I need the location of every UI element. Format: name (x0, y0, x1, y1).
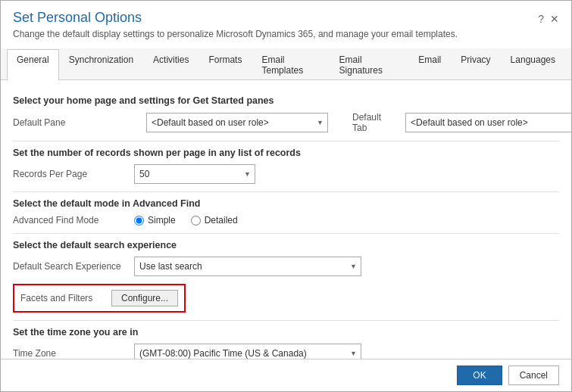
default-tab-label: Default Tab (352, 112, 381, 133)
default-tab-select[interactable]: <Default based on user role> (405, 113, 571, 132)
facets-section: Facets and Filters Configure... (13, 284, 559, 313)
facets-row: Facets and Filters Configure... (13, 284, 186, 313)
close-icon[interactable]: ✕ (550, 13, 559, 25)
advanced-find-radio-group: Simple Detailed (134, 215, 238, 226)
advanced-find-row: Advanced Find Mode Simple Detailed (13, 215, 559, 226)
default-pane-label: Default Pane (13, 117, 134, 128)
help-icon[interactable]: ? (538, 13, 544, 25)
records-section-title: Set the number of records shown per page… (13, 148, 559, 158)
records-per-page-row: Records Per Page 50 25 75 100 250 (13, 164, 559, 184)
timezone-row: Time Zone (GMT-08:00) Pacific Time (US &… (13, 344, 559, 359)
timezone-section-title: Set the time zone you are in (13, 327, 559, 338)
divider-2 (13, 191, 559, 192)
advanced-find-label: Advanced Find Mode (13, 215, 134, 226)
dialog-title: Set Personal Options (13, 10, 538, 26)
advanced-find-section-title: Select the default mode in Advanced Find (13, 198, 559, 209)
radio-simple-input[interactable] (134, 216, 144, 226)
tab-privacy[interactable]: Privacy (451, 49, 500, 80)
tab-languages[interactable]: Languages (501, 49, 565, 80)
timezone-select[interactable]: (GMT-08:00) Pacific Time (US & Canada) (134, 344, 361, 359)
timezone-wrapper: (GMT-08:00) Pacific Time (US & Canada) (134, 344, 361, 359)
timezone-label: Time Zone (13, 348, 134, 359)
records-per-page-wrapper: 50 25 75 100 250 (134, 164, 255, 184)
tab-email-templates[interactable]: Email Templates (252, 49, 329, 80)
dialog-footer: OK Cancel (1, 359, 571, 391)
dialog-header-icons: ? ✕ (538, 10, 559, 25)
radio-simple-label: Simple (148, 215, 176, 226)
cancel-button[interactable]: Cancel (508, 366, 559, 385)
default-tab-wrapper: <Default based on user role> (405, 113, 571, 132)
homepage-section-title: Select your home page and settings for G… (13, 95, 559, 106)
configure-button[interactable]: Configure... (111, 290, 178, 306)
records-per-page-label: Records Per Page (13, 169, 134, 179)
radio-detailed-input[interactable] (191, 216, 201, 226)
radio-detailed-label: Detailed (205, 215, 238, 226)
default-pane-wrapper: <Default based on user role> (146, 113, 328, 132)
default-pane-row: Default Pane <Default based on user role… (13, 112, 559, 133)
ok-button[interactable]: OK (457, 366, 502, 385)
tab-formats[interactable]: Formats (198, 49, 252, 80)
tab-activities[interactable]: Activities (143, 49, 198, 80)
radio-simple[interactable]: Simple (134, 215, 176, 226)
divider-3 (13, 233, 559, 234)
default-pane-select[interactable]: <Default based on user role> (146, 113, 328, 132)
divider-1 (13, 141, 559, 142)
dialog-header: Set Personal Options Change the default … (1, 1, 571, 42)
facets-label: Facets and Filters (20, 293, 111, 303)
dialog-body: Select your home page and settings for G… (1, 80, 571, 359)
set-personal-options-dialog: Set Personal Options Change the default … (0, 0, 572, 392)
radio-detailed[interactable]: Detailed (191, 215, 238, 226)
tab-email-signatures[interactable]: Email Signatures (330, 49, 409, 80)
records-per-page-select[interactable]: 50 25 75 100 250 (134, 164, 255, 184)
tab-synchronization[interactable]: Synchronization (59, 49, 143, 80)
search-section-title: Select the default search experience (13, 240, 559, 250)
default-search-select[interactable]: Use last search Relevance Search Categor… (134, 257, 361, 276)
tab-email[interactable]: Email (408, 49, 451, 80)
default-search-wrapper: Use last search Relevance Search Categor… (134, 257, 361, 276)
default-search-row: Default Search Experience Use last searc… (13, 257, 559, 276)
default-search-label: Default Search Experience (13, 261, 134, 272)
dialog-subtitle: Change the default display settings to p… (13, 29, 538, 39)
tabs-bar: General Synchronization Activities Forma… (1, 48, 571, 80)
tab-general[interactable]: General (7, 49, 59, 80)
dialog-title-area: Set Personal Options Change the default … (13, 10, 538, 39)
divider-4 (13, 320, 559, 321)
